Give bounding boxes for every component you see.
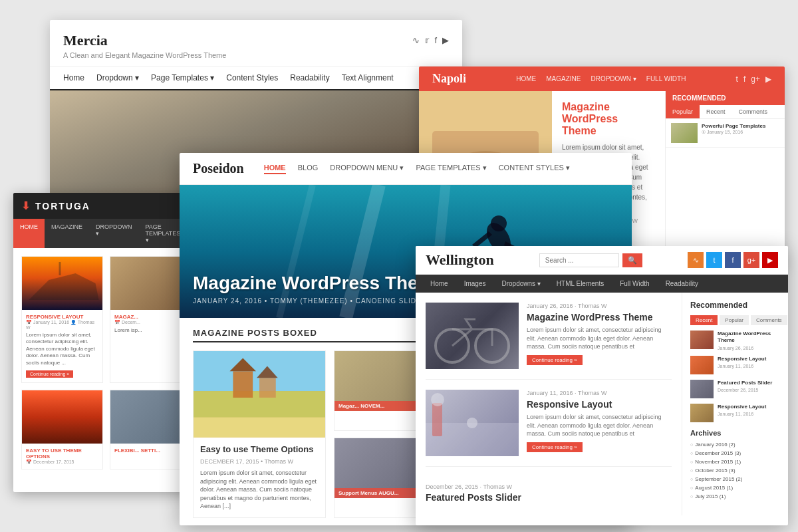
tortuga-post-2-meta: 📅 Decem... bbox=[114, 320, 187, 325]
svg-rect-2 bbox=[59, 262, 61, 275]
poseidon-nav-home[interactable]: HOME bbox=[264, 164, 286, 174]
mercia-nav-text-alignment[interactable]: Text Alignment bbox=[342, 73, 394, 82]
wellington-nav-readability[interactable]: Readability bbox=[658, 275, 706, 293]
napoli-nav-home[interactable]: HOME bbox=[516, 75, 536, 82]
poseidon-left-post-body: Easy to use Theme Options DECEMBER 17, 2… bbox=[194, 438, 325, 517]
wellington-nav-html-elements[interactable]: HTML Elements bbox=[549, 275, 612, 293]
tortuga-post-2-body: MAGAZ... 📅 Decem... Lorem isp... bbox=[110, 310, 191, 338]
twitter-icon[interactable]: 𝕣 bbox=[425, 35, 429, 45]
wellington-sidebar-tab-popular[interactable]: Popular bbox=[720, 315, 749, 325]
poseidon-nav-dropdown[interactable]: DROPDOWN MENU ▾ bbox=[330, 164, 404, 174]
tortuga-post-1-read-more[interactable]: Continue reading » bbox=[26, 370, 73, 378]
poseidon-nav-blog[interactable]: BLOG bbox=[298, 164, 319, 174]
wellington-article-2-title: Responsive Layout bbox=[527, 399, 672, 410]
wellington-topbar: Wellington 🔍 ∿ t f g+ ▶ bbox=[416, 246, 788, 275]
napoli-youtube-icon[interactable]: ▶ bbox=[765, 74, 771, 84]
wellington-search-input[interactable] bbox=[539, 253, 619, 267]
wellington-article-1-info: January 26, 2016 · Thomas W Magazine Wor… bbox=[527, 303, 672, 369]
wellington-search-button[interactable]: 🔍 bbox=[622, 253, 642, 267]
wellington-archive-aug-2015[interactable]: August 2015 (1) bbox=[690, 483, 780, 492]
wellington-article-1-excerpt: Lorem ipsum dolor sit amet, consectetur … bbox=[527, 326, 672, 351]
tortuga-post-4-image bbox=[110, 390, 191, 444]
mercia-nav-readability[interactable]: Readability bbox=[290, 73, 329, 82]
mercia-nav-home[interactable]: Home bbox=[63, 73, 84, 82]
napoli-google-icon[interactable]: g+ bbox=[751, 74, 760, 84]
mercia-nav-dropdown[interactable]: Dropdown ▾ bbox=[96, 73, 139, 82]
napoli-tab-popular[interactable]: Popular bbox=[666, 105, 700, 118]
wellington-article-3-title: Featured Posts Slider bbox=[426, 492, 672, 503]
wellington-archive-sep-2015[interactable]: September 2015 (2) bbox=[690, 475, 780, 483]
youtube-icon[interactable]: ▶ bbox=[442, 35, 449, 45]
wellington-sidebar-post-4-title: Responsive Layout bbox=[718, 404, 766, 410]
napoli-nav-magazine[interactable]: MAGAZINE bbox=[546, 75, 581, 82]
tortuga-post-1: RESPONSIVE LAYOUT 📅 January 11, 2016 👤 T… bbox=[21, 256, 103, 383]
mercia-nav-content-styles[interactable]: Content Styles bbox=[226, 73, 278, 82]
wellington-sidebar-post-2-title: Responsive Layout bbox=[718, 356, 766, 362]
tortuga-post-3-tag: EASY TO USE THEME OPTIONS bbox=[26, 448, 98, 460]
wellington-rss-icon[interactable]: ∿ bbox=[688, 252, 704, 268]
svg-rect-13 bbox=[233, 371, 253, 398]
rss-icon[interactable]: ∿ bbox=[412, 35, 420, 45]
wellington-nav-images[interactable]: Images bbox=[456, 275, 494, 293]
wellington-archive-oct-2015[interactable]: October 2015 (3) bbox=[690, 466, 780, 475]
svg-rect-12 bbox=[194, 418, 325, 438]
wellington-archives: Archives January 2016 (2) December 2015 … bbox=[690, 429, 780, 501]
poseidon-nav-page-templates[interactable]: PAGE TEMPLATES ▾ bbox=[416, 164, 486, 174]
wellington-twitter-icon[interactable]: t bbox=[706, 252, 722, 268]
napoli-tab-recent[interactable]: Recent bbox=[700, 105, 732, 118]
tortuga-nav-dropdown[interactable]: DROPDOWN ▾ bbox=[89, 219, 139, 248]
wellington-article-2-meta: January 11, 2016 · Thomas W bbox=[527, 390, 672, 396]
mercia-title: Mercia bbox=[63, 32, 226, 49]
wellington-nav-home[interactable]: Home bbox=[422, 275, 456, 293]
wellington-article-1-image bbox=[426, 303, 519, 369]
tortuga-nav-home[interactable]: HOME bbox=[13, 219, 45, 248]
tortuga-post-2-excerpt: Lorem isp... bbox=[114, 327, 187, 334]
wellington-main: January 26, 2016 · Thomas W Magazine Wor… bbox=[416, 293, 682, 515]
wellington-logo: Wellington bbox=[426, 251, 494, 269]
facebook-icon[interactable]: f bbox=[434, 35, 437, 45]
napoli-twitter-icon[interactable]: t bbox=[736, 74, 738, 84]
mercia-nav-page-templates[interactable]: Page Templates ▾ bbox=[151, 73, 214, 82]
napoli-tab-comments[interactable]: Comments bbox=[732, 105, 775, 118]
wellington-sidebar-tab-comments[interactable]: Comments bbox=[751, 315, 787, 325]
tortuga-nav-magazine[interactable]: MAGAZINE bbox=[45, 219, 89, 248]
wellington-sidebar-post-2: Responsive Layout January 11, 2016 bbox=[690, 356, 780, 374]
tortuga-post-1-body: RESPONSIVE LAYOUT 📅 January 11, 2016 👤 T… bbox=[22, 310, 102, 382]
tortuga-post-3-meta: 📅 December 17, 2015 bbox=[26, 460, 98, 465]
wellington-sidebar-post-3-info: Featured Posts Slider December 26, 2015 bbox=[718, 380, 772, 398]
wellington-article-3: December 26, 2015 · Thomas W Featured Po… bbox=[426, 477, 672, 503]
wellington-nav-full-width[interactable]: Full Width bbox=[612, 275, 657, 293]
tortuga-posts: RESPONSIVE LAYOUT 📅 January 11, 2016 👤 T… bbox=[13, 248, 200, 477]
tortuga-post-1-image bbox=[22, 257, 102, 310]
poseidon-nav-content-styles[interactable]: CONTENT STYLES ▾ bbox=[499, 164, 570, 174]
wellington-archive-jul-2015[interactable]: July 2015 (1) bbox=[690, 492, 780, 501]
napoli-logo: Napoli bbox=[432, 72, 466, 86]
wellington-article-2-image bbox=[426, 390, 519, 456]
wellington-archive-dec-2015[interactable]: December 2015 (3) bbox=[690, 449, 780, 458]
wellington-archive-jan-2016[interactable]: January 2016 (2) bbox=[690, 440, 780, 449]
tortuga-post-1-excerpt: Lorem ipsum dolor sit amet, consectetur … bbox=[26, 332, 98, 366]
wellington-google-icon[interactable]: g+ bbox=[743, 252, 759, 268]
napoli-nav-full-width[interactable]: FULL WIDTH bbox=[646, 75, 686, 82]
wellington-nav-dropdowns[interactable]: Dropdowns ▾ bbox=[493, 275, 548, 293]
wellington-sidebar-tab-recent[interactable]: Recent bbox=[690, 315, 718, 325]
wellington-youtube-icon[interactable]: ▶ bbox=[762, 252, 778, 268]
wellington-content: January 26, 2016 · Thomas W Magazine Wor… bbox=[416, 293, 788, 515]
wellington-article-3-meta: December 26, 2015 · Thomas W bbox=[426, 483, 672, 490]
wellington-article-2-continue[interactable]: Continue reading » bbox=[527, 442, 583, 452]
wellington-sidebar-tabs: Recent Popular Comments bbox=[690, 315, 780, 325]
tortuga-post-2-image bbox=[110, 257, 191, 310]
tortuga-post-3-image bbox=[22, 390, 102, 444]
tortuga-window: ⬇ TORTUGA HOME MAGAZINE DROPDOWN ▾ PAGE … bbox=[13, 193, 200, 492]
napoli-sidebar-tabs: Popular Recent Comments bbox=[666, 105, 785, 119]
mercia-nav: Home Dropdown ▾ Page Templates ▾ Content… bbox=[50, 66, 462, 90]
napoli-nav: HOME MAGAZINE DROPDOWN ▾ FULL WIDTH bbox=[516, 75, 686, 82]
wellington-archive-nov-2015[interactable]: November 2015 (1) bbox=[690, 458, 780, 466]
poseidon-hero-meta: JANUARY 24, 2016 • TOMMY (THEMEZEE) • CA… bbox=[193, 297, 434, 305]
napoli-header: Napoli HOME MAGAZINE DROPDOWN ▾ FULL WID… bbox=[419, 66, 785, 91]
wellington-article-1-continue[interactable]: Continue reading » bbox=[527, 355, 583, 365]
poseidon-header: Poseidon HOME BLOG DROPDOWN MENU ▾ PAGE … bbox=[180, 153, 632, 185]
wellington-facebook-icon[interactable]: f bbox=[725, 252, 741, 268]
napoli-facebook-icon[interactable]: f bbox=[743, 74, 745, 84]
napoli-nav-dropdown[interactable]: DROPDOWN ▾ bbox=[591, 75, 636, 82]
